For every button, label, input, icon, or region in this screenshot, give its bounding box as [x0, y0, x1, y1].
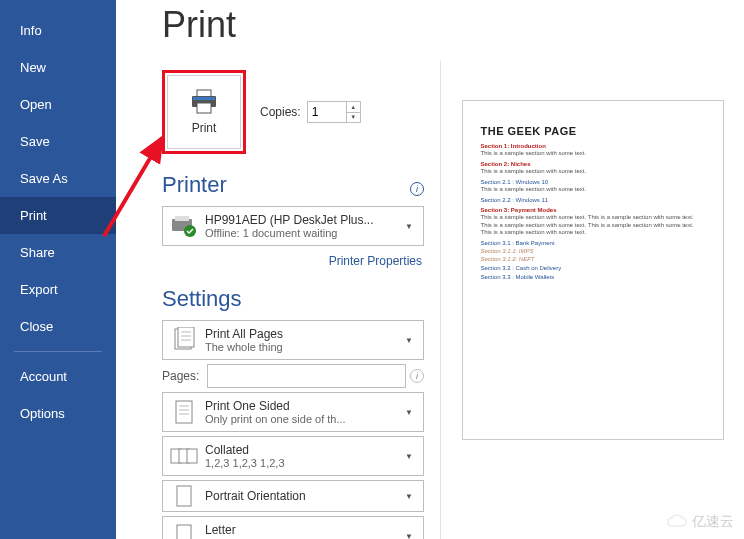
preview-heading: Section 3: Payment Modes: [481, 207, 705, 213]
paper-size-dropdown[interactable]: Letter 21.59 cm x 27.94 cm ▼: [162, 516, 424, 539]
spinner-up-icon[interactable]: ▲: [347, 102, 360, 113]
preview-page: THE GEEK PAGE Section 1: Introduction Th…: [462, 100, 724, 440]
sidebar-item-options[interactable]: Options: [0, 395, 116, 432]
printer-name: HP991AED (HP DeskJet Plus...: [205, 213, 401, 227]
orientation-dropdown[interactable]: Portrait Orientation ▼: [162, 480, 424, 512]
preview-subheading: Section 2.1 : Windows 10: [481, 179, 705, 185]
option-line1: Collated: [205, 443, 401, 457]
preview-subheading: Section 3.3 : Mobile Wallets: [481, 274, 705, 280]
collated-dropdown[interactable]: Collated 1,2,3 1,2,3 1,2,3 ▼: [162, 436, 424, 476]
chevron-down-icon: ▼: [401, 222, 417, 231]
watermark-text: 亿速云: [692, 513, 734, 531]
copies-spinner[interactable]: ▲ ▼: [307, 101, 361, 123]
preview-subheading: Section 3.2 : Cash on Delivery: [481, 265, 705, 271]
printer-dropdown[interactable]: HP991AED (HP DeskJet Plus... Offline: 1 …: [162, 206, 424, 246]
sidebar-item-saveas[interactable]: Save As: [0, 160, 116, 197]
printer-status-icon: [169, 215, 199, 237]
preview-text: This is a sample section with some text.…: [481, 214, 705, 237]
preview-subheading: Section 2.2 : Windows 11: [481, 197, 705, 203]
info-icon[interactable]: i: [410, 369, 424, 383]
printer-properties-link[interactable]: Printer Properties: [162, 250, 424, 268]
svg-rect-0: [197, 90, 211, 97]
option-line1: Print All Pages: [205, 327, 401, 341]
print-button-label: Print: [192, 121, 217, 135]
sidebar-item-close[interactable]: Close: [0, 308, 116, 345]
chevron-down-icon: ▼: [401, 532, 417, 540]
print-button-highlight: Print: [162, 70, 246, 154]
preview-subsubheading: Section 3.1.2: NEFT: [481, 256, 705, 262]
sidebar-item-print[interactable]: Print: [0, 197, 116, 234]
pages-icon: [169, 327, 199, 353]
svg-rect-2: [197, 103, 211, 113]
preview-subheading: Section 3.1 : Bank Payment: [481, 240, 705, 246]
chevron-down-icon: ▼: [401, 492, 417, 501]
option-line1: Letter: [205, 523, 401, 537]
pages-label: Pages:: [162, 369, 199, 383]
copies-input[interactable]: [308, 102, 346, 122]
print-preview-area: THE GEEK PAGE Section 1: Introduction Th…: [441, 0, 744, 539]
paper-size-icon: [169, 524, 199, 539]
print-button[interactable]: Print: [167, 75, 241, 149]
svg-rect-3: [193, 97, 215, 100]
print-all-pages-dropdown[interactable]: Print All Pages The whole thing ▼: [162, 320, 424, 360]
preview-title: THE GEEK PAGE: [481, 125, 705, 137]
sidebar-item-export[interactable]: Export: [0, 271, 116, 308]
collated-icon: [169, 446, 199, 466]
preview-text: This is a sample section with some text.: [481, 186, 705, 194]
svg-rect-5: [175, 216, 189, 221]
sidebar-divider: [14, 351, 102, 352]
preview-heading: Section 1: Introduction: [481, 143, 705, 149]
page-title: Print: [162, 4, 424, 46]
preview-heading: Section 2: Niches: [481, 161, 705, 167]
option-line2: 1,2,3 1,2,3 1,2,3: [205, 457, 401, 469]
backstage-sidebar: Info New Open Save Save As Print Share E…: [0, 0, 116, 539]
chevron-down-icon: ▼: [401, 336, 417, 345]
pages-input[interactable]: [207, 364, 406, 388]
settings-section-title: Settings: [162, 286, 424, 312]
print-one-sided-dropdown[interactable]: Print One Sided Only print on one side o…: [162, 392, 424, 432]
printer-status: Offline: 1 document waiting: [205, 227, 401, 239]
svg-rect-19: [177, 486, 191, 506]
option-line2: Only print on one side of th...: [205, 413, 401, 425]
chevron-down-icon: ▼: [401, 452, 417, 461]
sidebar-item-account[interactable]: Account: [0, 358, 116, 395]
sidebar-item-save[interactable]: Save: [0, 123, 116, 160]
main-area: Print Print Copies: ▲ ▼: [116, 0, 744, 539]
copies-label: Copies:: [260, 105, 301, 119]
info-icon[interactable]: i: [410, 182, 424, 196]
portrait-icon: [169, 485, 199, 507]
sidebar-item-open[interactable]: Open: [0, 86, 116, 123]
spinner-down-icon[interactable]: ▼: [347, 113, 360, 123]
printer-icon: [189, 89, 219, 115]
chevron-down-icon: ▼: [401, 408, 417, 417]
sidebar-item-new[interactable]: New: [0, 49, 116, 86]
preview-text: This is a sample section with some text.: [481, 168, 705, 176]
print-settings-pane: Print Print Copies: ▲ ▼: [116, 0, 440, 539]
svg-rect-20: [177, 525, 191, 539]
page-single-icon: [169, 399, 199, 425]
option-line2: The whole thing: [205, 341, 401, 353]
svg-rect-18: [187, 449, 197, 463]
option-line1: Print One Sided: [205, 399, 401, 413]
sidebar-item-share[interactable]: Share: [0, 234, 116, 271]
watermark: 亿速云: [666, 513, 734, 531]
svg-rect-12: [176, 401, 192, 423]
preview-text: This is a sample section with some text.: [481, 150, 705, 158]
printer-section-title: Printer: [162, 172, 227, 198]
svg-rect-8: [178, 327, 194, 347]
sidebar-item-info[interactable]: Info: [0, 12, 116, 49]
preview-subsubheading: Section 3.1.1: IMPS: [481, 248, 705, 254]
option-line1: Portrait Orientation: [205, 489, 401, 503]
